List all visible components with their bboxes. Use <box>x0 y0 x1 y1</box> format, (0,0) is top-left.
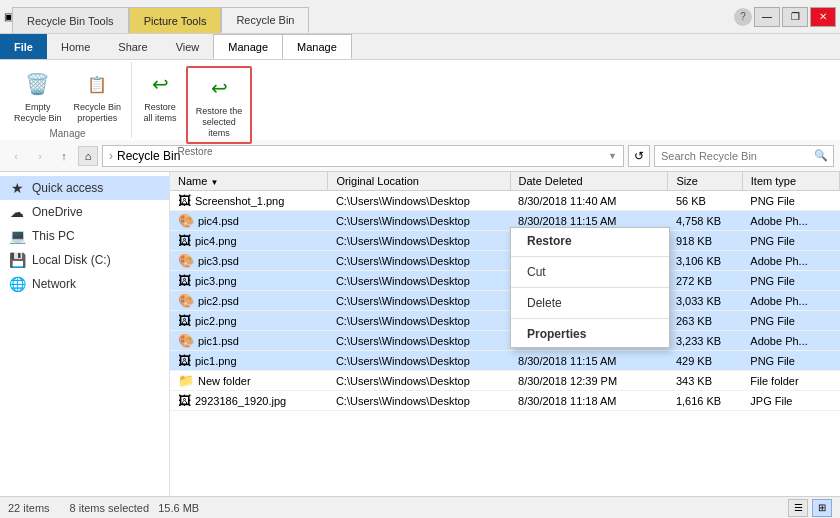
large-icons-view-button[interactable]: ⊞ <box>812 499 832 517</box>
col-name[interactable]: Name ▼ <box>170 172 328 191</box>
item-count: 22 items <box>8 502 50 514</box>
table-row[interactable]: 📁New folder C:\Users\Windows\Desktop 8/3… <box>170 371 840 391</box>
address-bar: ‹ › ↑ ⌂ › Recycle Bin ▼ ↺ 🔍 <box>0 140 840 172</box>
this-pc-icon: 💻 <box>8 228 26 244</box>
tab-recycle-bin-tools[interactable]: Recycle Bin Tools <box>12 7 129 33</box>
table-row[interactable]: 🎨pic4.psd C:\Users\Windows\Desktop 8/30/… <box>170 211 840 231</box>
ribbon-tabs: File Home Share View Manage Manage <box>0 34 840 60</box>
empty-recycle-bin-icon: 🗑️ <box>22 68 54 100</box>
sidebar: ★ Quick access ☁ OneDrive 💻 This PC 💾 Lo… <box>0 172 170 496</box>
restore-selected-box: ↩ Restore theselected items <box>186 66 252 144</box>
col-date-deleted[interactable]: Date Deleted <box>510 172 668 191</box>
details-view-button[interactable]: ☰ <box>788 499 808 517</box>
address-separator: › <box>109 149 113 163</box>
up-button[interactable]: ↑ <box>54 145 74 167</box>
search-wrapper: 🔍 <box>654 145 834 167</box>
empty-recycle-bin-button[interactable]: 🗑️ EmptyRecycle Bin <box>10 66 66 126</box>
tab-recycle-bin-main[interactable]: Recycle Bin <box>221 7 309 33</box>
search-input[interactable] <box>654 145 834 167</box>
file-icon: 🖼 <box>178 353 191 368</box>
table-row[interactable]: 🖼Screenshot_1.png C:\Users\Windows\Deskt… <box>170 191 840 211</box>
table-row[interactable]: 🖼pic1.png C:\Users\Windows\Desktop 8/30/… <box>170 351 840 371</box>
sort-icon: ▼ <box>210 178 218 187</box>
tab-file[interactable]: File <box>0 34 47 59</box>
sidebar-label-network: Network <box>32 277 76 291</box>
restore-selected-label: Restore theselected items <box>194 106 244 138</box>
restore-group-label: Restore <box>138 144 252 159</box>
sidebar-label-local-disk: Local Disk (C:) <box>32 253 111 267</box>
close-button[interactable]: ✕ <box>810 7 836 27</box>
table-row[interactable]: 🎨pic2.psd C:\Users\Windows\Desktop 8/30/… <box>170 291 840 311</box>
tab-share[interactable]: Share <box>104 34 161 59</box>
empty-recycle-bin-label: EmptyRecycle Bin <box>14 102 62 124</box>
context-divider-2 <box>511 287 669 288</box>
table-row[interactable]: 🖼pic2.png C:\Users\Windows\Desktop 8/30/… <box>170 311 840 331</box>
restore-selected-button[interactable]: ↩ Restore theselected items <box>190 70 248 140</box>
restore-all-items-button[interactable]: ↩ Restoreall items <box>138 66 182 126</box>
table-row[interactable]: 🎨pic1.psd C:\Users\Windows\Desktop 8/30/… <box>170 331 840 351</box>
tab-view[interactable]: View <box>162 34 214 59</box>
col-item-type[interactable]: Item type <box>742 172 839 191</box>
file-icon: 🖼 <box>178 193 191 208</box>
restore-selected-icon: ↩ <box>203 72 235 104</box>
ribbon-group-restore-items: ↩ Restoreall items ↩ Restore theselected… <box>138 64 252 144</box>
tab-manage2[interactable]: Manage <box>283 34 352 59</box>
file-icon: 🎨 <box>178 253 194 268</box>
file-icon: 🖼 <box>178 313 191 328</box>
address-dropdown-icon: ▼ <box>608 151 617 161</box>
home-icon: ⌂ <box>78 146 98 166</box>
restore-all-icon: ↩ <box>144 68 176 100</box>
sidebar-label-this-pc: This PC <box>32 229 75 243</box>
table-row[interactable]: 🎨pic3.psd C:\Users\Windows\Desktop 8/30/… <box>170 251 840 271</box>
restore-all-label: Restoreall items <box>144 102 177 124</box>
view-buttons: ☰ ⊞ <box>788 499 832 517</box>
table-row[interactable]: 🖼2923186_1920.jpg C:\Users\Windows\Deskt… <box>170 391 840 411</box>
table-row[interactable]: 🖼pic4.png C:\Users\Windows\Desktop 8/30/… <box>170 231 840 251</box>
sidebar-item-network[interactable]: 🌐 Network <box>0 272 169 296</box>
sidebar-item-local-disk[interactable]: 💾 Local Disk (C:) <box>0 248 169 272</box>
properties-label: Recycle Binproperties <box>74 102 122 124</box>
context-cut[interactable]: Cut <box>511 259 669 285</box>
file-icon: 🎨 <box>178 293 194 308</box>
file-icon: 🖼 <box>178 273 191 288</box>
title-bar-tabs: Recycle Bin Tools Picture Tools Recycle … <box>8 0 734 33</box>
title-bar: ▣ Recycle Bin Tools Picture Tools Recycl… <box>0 0 840 34</box>
search-icon: 🔍 <box>814 149 828 162</box>
manage-group-label: Manage <box>10 126 125 141</box>
file-list[interactable]: Name ▼ Original Location Date Deleted Si… <box>170 172 840 496</box>
context-restore[interactable]: Restore <box>511 228 669 254</box>
file-icon: 🎨 <box>178 333 194 348</box>
context-divider-1 <box>511 256 669 257</box>
restore-button[interactable]: ❐ <box>782 7 808 27</box>
network-icon: 🌐 <box>8 276 26 292</box>
context-properties[interactable]: Properties <box>511 321 669 347</box>
table-row[interactable]: 🖼pic3.png C:\Users\Windows\Desktop 8/30/… <box>170 271 840 291</box>
sidebar-item-this-pc[interactable]: 💻 This PC <box>0 224 169 248</box>
quick-access-icon: ★ <box>8 180 26 196</box>
file-table: Name ▼ Original Location Date Deleted Si… <box>170 172 840 411</box>
context-divider-3 <box>511 318 669 319</box>
recycle-bin-properties-button[interactable]: 📋 Recycle Binproperties <box>70 66 126 126</box>
selected-count: 8 items selected 15.6 MB <box>70 502 200 514</box>
tab-home[interactable]: Home <box>47 34 104 59</box>
context-delete[interactable]: Delete <box>511 290 669 316</box>
status-bar: 22 items 8 items selected 15.6 MB ☰ ⊞ <box>0 496 840 518</box>
properties-icon: 📋 <box>81 68 113 100</box>
file-icon: 🎨 <box>178 213 194 228</box>
file-icon: 🖼 <box>178 393 191 408</box>
sidebar-label-onedrive: OneDrive <box>32 205 83 219</box>
col-original-location[interactable]: Original Location <box>328 172 510 191</box>
col-size[interactable]: Size <box>668 172 742 191</box>
forward-button[interactable]: › <box>30 145 50 167</box>
tab-manage[interactable]: Manage <box>213 34 283 59</box>
tab-picture-tools[interactable]: Picture Tools <box>129 7 222 33</box>
minimize-button[interactable]: — <box>754 7 780 27</box>
sidebar-item-onedrive[interactable]: ☁ OneDrive <box>0 200 169 224</box>
help-button[interactable]: ? <box>734 8 752 26</box>
onedrive-icon: ☁ <box>8 204 26 220</box>
back-button[interactable]: ‹ <box>6 145 26 167</box>
refresh-button[interactable]: ↺ <box>628 145 650 167</box>
file-list-area: Name ▼ Original Location Date Deleted Si… <box>170 172 840 496</box>
sidebar-label-quick-access: Quick access <box>32 181 103 195</box>
sidebar-item-quick-access[interactable]: ★ Quick access <box>0 176 169 200</box>
